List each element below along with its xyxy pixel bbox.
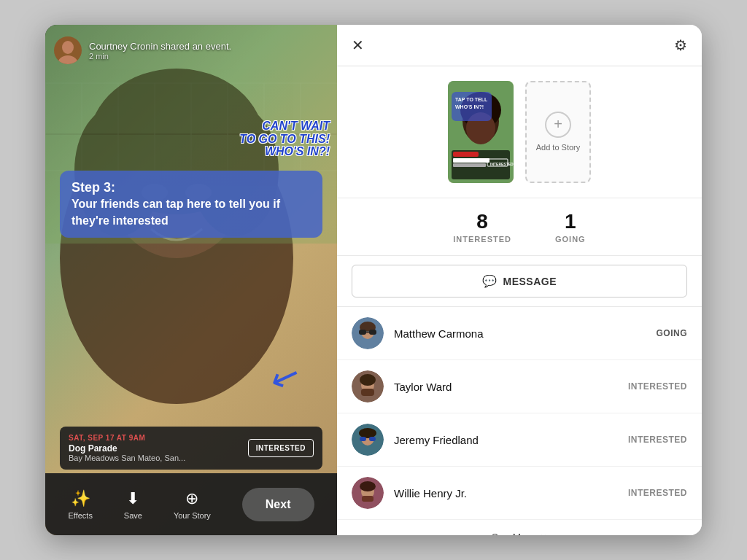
svg-rect-25	[453, 158, 489, 163]
interested-count: 8	[453, 210, 511, 233]
event-date: SAT, SEP 17 AT 9AM	[69, 434, 248, 442]
svg-text:INTERESTED: INTERESTED	[490, 162, 514, 166]
svg-point-44	[359, 428, 376, 438]
message-label: MESSAGE	[503, 276, 557, 287]
left-panel: Courtney Cronin shared an event. 2 min C…	[45, 25, 337, 535]
going-stat: 1 GOING	[555, 210, 586, 244]
step-label: Step 3:	[71, 179, 311, 196]
svg-point-49	[360, 481, 376, 491]
event-info: SAT, SEP 17 AT 9AM Dog Parade Bay Meadow…	[69, 434, 248, 462]
svg-rect-36	[369, 330, 376, 335]
svg-rect-45	[360, 437, 366, 441]
svg-rect-50	[362, 496, 374, 502]
attendee-name: Jeremy Friedland	[394, 434, 628, 446]
stats-section: 8 INTERESTED 1 GOING	[337, 198, 702, 256]
cant-wait-text: CAN'T WAITTO GO TO THIS!WHO'S IN?!	[239, 120, 330, 158]
svg-rect-26	[453, 163, 486, 167]
attendees-list: Matthew Carmona GOING Taylor Ward INTERE…	[337, 307, 702, 535]
your-story-label: Your Story	[174, 511, 211, 520]
story-toolbar: ✨ Effects ⬇ Save ⊕ Your Story Next	[45, 473, 337, 535]
interested-stat: 8 INTERESTED	[453, 210, 511, 244]
story-preview-section: INTERESTED TAP TO TELL WHO'S IN?! + Add …	[337, 66, 702, 198]
svg-rect-41	[361, 389, 374, 396]
your-story-button[interactable]: ⊕ Your Story	[174, 489, 211, 520]
effects-button[interactable]: ✨ Effects	[68, 489, 92, 520]
attendee-name: Matthew Carmona	[394, 327, 656, 340]
effects-label: Effects	[68, 511, 92, 520]
effects-icon: ✨	[71, 489, 90, 508]
poster-avatar	[54, 36, 82, 64]
attendee-row[interactable]: Jeremy Friedland INTERESTED	[337, 413, 702, 467]
attendee-row[interactable]: Matthew Carmona GOING	[337, 307, 702, 360]
your-story-icon: ⊕	[185, 489, 198, 508]
close-button[interactable]: ✕	[352, 38, 364, 52]
event-bar: SAT, SEP 17 AT 9AM Dog Parade Bay Meadow…	[60, 427, 322, 470]
svg-point-17	[62, 41, 74, 54]
save-icon: ⬇	[126, 489, 139, 508]
svg-point-40	[360, 374, 376, 386]
step-box: Step 3: Your friends can tap here to tel…	[60, 171, 322, 238]
svg-rect-24	[453, 152, 479, 157]
right-header: ✕ ⚙	[337, 25, 702, 66]
event-name: Dog Parade	[69, 443, 248, 454]
attendee-status: INTERESTED	[628, 381, 687, 392]
step-desc: Your friends can tap here to tell you if…	[71, 196, 311, 229]
save-button[interactable]: ⬇ Save	[124, 489, 142, 520]
post-time: 2 min	[89, 52, 231, 61]
interested-button[interactable]: INTERESTED	[248, 439, 314, 457]
see-more-button[interactable]: See More∨	[337, 520, 702, 535]
svg-text:TAP TO TELL: TAP TO TELL	[455, 97, 488, 102]
event-location: Bay Meadows San Mateo, San...	[69, 454, 248, 462]
attendee-status: INTERESTED	[628, 488, 687, 498]
message-button[interactable]: 💬 MESSAGE	[352, 265, 687, 298]
attendee-row[interactable]: Taylor Ward INTERESTED	[337, 360, 702, 413]
attendee-row[interactable]: Willie Henry Jr. INTERESTED	[337, 467, 702, 520]
going-label: GOING	[555, 235, 586, 244]
message-btn-section: 💬 MESSAGE	[337, 256, 702, 307]
attendee-avatar	[352, 477, 384, 509]
step-overlay: Step 3: Your friends can tap here to tel…	[60, 171, 322, 244]
svg-point-18	[58, 55, 78, 64]
attendee-name: Willie Henry Jr.	[394, 487, 628, 499]
story-header: Courtney Cronin shared an event. 2 min	[45, 25, 337, 70]
story-thumbnail[interactable]: INTERESTED TAP TO TELL WHO'S IN?!	[448, 81, 514, 183]
svg-rect-46	[369, 437, 376, 441]
thumb-image: INTERESTED TAP TO TELL WHO'S IN?!	[448, 81, 514, 183]
attendee-avatar	[352, 317, 384, 349]
attendee-avatar	[352, 370, 384, 402]
svg-text:WHO'S IN?!: WHO'S IN?!	[455, 104, 484, 109]
see-more-label: See More	[492, 532, 536, 535]
add-icon: +	[545, 112, 571, 138]
next-button[interactable]: Next	[242, 488, 314, 521]
poster-name: Courtney Cronin shared an event.	[89, 41, 231, 52]
attendee-status: INTERESTED	[628, 435, 687, 445]
attendee-name: Taylor Ward	[394, 381, 628, 393]
attendee-avatar	[352, 424, 384, 456]
poster-info: Courtney Cronin shared an event. 2 min	[89, 41, 231, 61]
app-wrapper: Courtney Cronin shared an event. 2 min C…	[45, 25, 702, 535]
attendee-status: GOING	[656, 328, 687, 338]
svg-rect-35	[359, 330, 366, 335]
going-count: 1	[555, 210, 586, 233]
settings-button[interactable]: ⚙	[674, 36, 687, 54]
messenger-icon: 💬	[482, 274, 498, 288]
right-panel: ✕ ⚙ INTERESTED	[337, 25, 702, 535]
add-to-story-button[interactable]: + Add to Story	[525, 81, 591, 183]
chevron-down-icon: ∨	[540, 532, 547, 535]
save-label: Save	[124, 511, 142, 520]
cant-wait-overlay: CAN'T WAITTO GO TO THIS!WHO'S IN?!	[239, 120, 330, 158]
add-story-label: Add to Story	[536, 142, 581, 152]
interested-label: INTERESTED	[453, 235, 511, 244]
